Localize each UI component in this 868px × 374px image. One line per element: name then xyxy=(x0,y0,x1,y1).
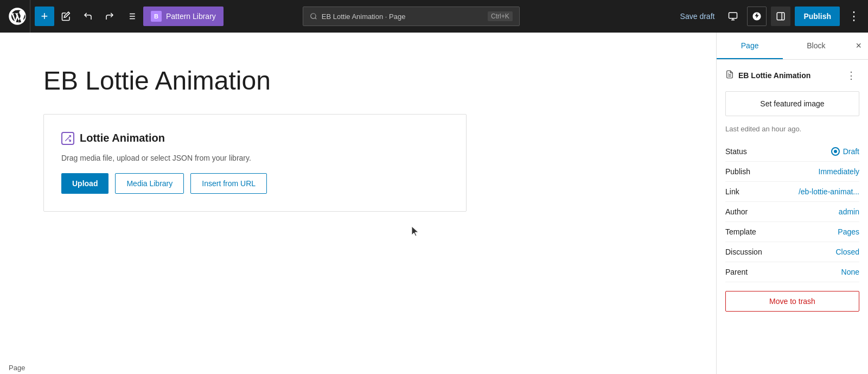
meta-value-4[interactable]: Pages xyxy=(838,227,859,236)
sidebar-close-button[interactable]: × xyxy=(850,33,869,59)
meta-label-2: Link xyxy=(725,187,739,196)
meta-label-4: Template xyxy=(725,227,756,236)
lottie-block: Lottie Animation Drag media file, upload… xyxy=(43,114,467,212)
meta-row-parent: ParentNone xyxy=(725,262,859,282)
undo-button[interactable] xyxy=(78,7,98,26)
main-layout: EB Lottie Animation Lottie Animation Dra… xyxy=(0,33,868,374)
media-library-button[interactable]: Media Library xyxy=(115,173,184,194)
status-circle xyxy=(831,147,840,156)
wp-logo[interactable] xyxy=(4,0,30,33)
meta-row-status: StatusDraft xyxy=(725,142,859,162)
edit-mode-button[interactable] xyxy=(56,7,76,26)
status-draft[interactable]: Draft xyxy=(831,147,859,156)
last-edited-text: Last edited an hour ago. xyxy=(725,125,859,133)
sidebar-toggle-button[interactable] xyxy=(771,7,790,26)
upload-button[interactable]: Upload xyxy=(61,173,108,194)
page-doc-icon xyxy=(725,70,734,81)
meta-value-2[interactable]: /eb-lottie-animat... xyxy=(799,187,859,196)
lottie-icon xyxy=(61,132,74,145)
tab-page[interactable]: Page xyxy=(717,33,783,59)
meta-row-publish: PublishImmediately xyxy=(725,162,859,182)
view-button[interactable] xyxy=(723,7,743,26)
delete-button[interactable]: Move to trash xyxy=(725,291,859,312)
toolbar: + B Pattern Library E xyxy=(0,0,868,33)
meta-label-3: Author xyxy=(725,207,748,216)
svg-rect-11 xyxy=(777,12,785,20)
pattern-library-button[interactable]: B Pattern Library xyxy=(143,7,224,26)
status-bar: Page xyxy=(0,362,34,374)
page-more-button[interactable]: ⋮ xyxy=(843,68,859,83)
meta-row-author: Authoradmin xyxy=(725,202,859,222)
set-featured-image-button[interactable]: Set featured image xyxy=(725,91,859,116)
meta-label-0: Status xyxy=(725,147,747,156)
sidebar: Page Block × EB Lottie Animation xyxy=(716,33,868,374)
sidebar-content: EB Lottie Animation ⋮ Set featured image… xyxy=(717,60,868,320)
meta-row-template: TemplatePages xyxy=(725,222,859,242)
svg-point-6 xyxy=(311,14,316,18)
block-title: Lottie Animation xyxy=(80,132,165,144)
add-block-button[interactable]: + xyxy=(35,7,54,26)
sidebar-tabs: Page Block × xyxy=(717,33,868,60)
block-description: Drag media file, upload or select JSON f… xyxy=(61,154,449,162)
toolbar-right: Save draft Publish ⋮ xyxy=(676,7,864,26)
meta-value-6[interactable]: None xyxy=(841,268,859,276)
meta-value-1[interactable]: Immediately xyxy=(819,167,859,176)
svg-line-7 xyxy=(315,18,316,20)
editor-area: EB Lottie Animation Lottie Animation Dra… xyxy=(0,33,716,374)
meta-row-discussion: DiscussionClosed xyxy=(725,242,859,262)
meta-value-3[interactable]: admin xyxy=(839,207,859,216)
insert-url-button[interactable]: Insert from URL xyxy=(190,173,267,194)
page-title[interactable]: EB Lottie Animation xyxy=(43,65,673,97)
svg-rect-8 xyxy=(729,12,737,18)
meta-label-6: Parent xyxy=(725,268,748,276)
block-header: Lottie Animation xyxy=(61,132,449,145)
meta-label-1: Publish xyxy=(725,167,750,176)
page-header-label: EB Lottie Animation xyxy=(725,70,810,81)
meta-value-5[interactable]: Closed xyxy=(835,248,859,256)
tab-block[interactable]: Block xyxy=(783,33,849,59)
block-buttons: Upload Media Library Insert from URL xyxy=(61,173,449,194)
meta-row-link: Link/eb-lottie-animat... xyxy=(725,182,859,202)
meta-rows: StatusDraftPublishImmediatelyLink/eb-lot… xyxy=(725,142,859,282)
meta-label-5: Discussion xyxy=(725,248,762,256)
publish-button[interactable]: Publish xyxy=(795,7,840,26)
save-draft-button[interactable]: Save draft xyxy=(676,7,719,26)
cursor-indicator xyxy=(410,225,420,240)
more-options-button[interactable]: ⋮ xyxy=(844,7,864,26)
jetpack-button[interactable] xyxy=(747,7,767,26)
page-header-row: EB Lottie Animation ⋮ xyxy=(725,68,859,83)
search-bar: EB Lottie Animation · Page Ctrl+K xyxy=(303,7,520,26)
pattern-lib-icon: B xyxy=(151,11,162,22)
list-view-button[interactable] xyxy=(122,7,141,26)
redo-button[interactable] xyxy=(100,7,119,26)
